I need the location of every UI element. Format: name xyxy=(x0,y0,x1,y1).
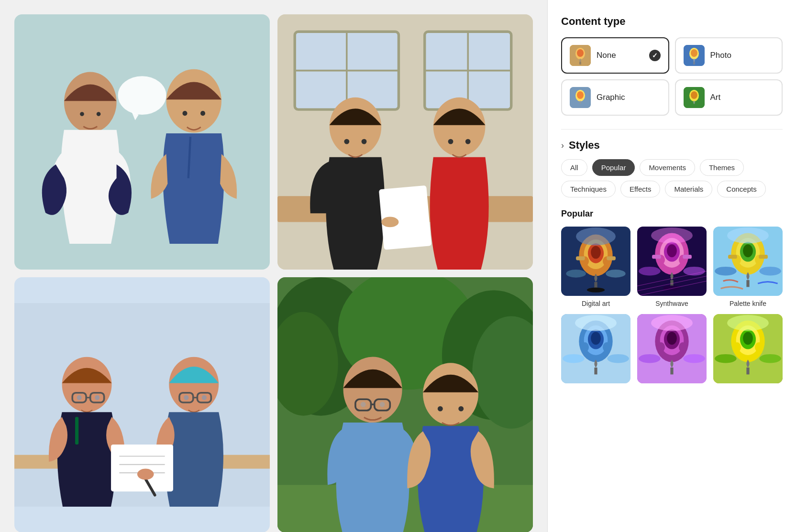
svg-point-45 xyxy=(169,357,219,412)
svg-point-124 xyxy=(743,244,753,257)
svg-point-88 xyxy=(691,91,697,99)
svg-point-164 xyxy=(759,354,781,363)
svg-point-114 xyxy=(639,267,661,276)
content-type-art[interactable]: Art xyxy=(675,79,783,116)
filter-tag-all[interactable]: All xyxy=(561,159,587,176)
svg-point-70 xyxy=(423,363,478,425)
styles-title: Styles xyxy=(569,139,600,152)
svg-point-161 xyxy=(733,342,741,352)
filter-tag-movements[interactable]: Movements xyxy=(640,159,695,176)
svg-point-35 xyxy=(381,217,398,228)
filter-tags-container: All Popular Movements Themes Techniques … xyxy=(561,159,783,197)
svg-point-159 xyxy=(743,332,753,345)
style-grid-popular: Digital art xyxy=(561,227,783,387)
svg-point-142 xyxy=(607,354,629,363)
svg-rect-98 xyxy=(576,256,585,260)
svg-point-74 xyxy=(458,406,464,412)
style-thumb-6 xyxy=(713,314,783,383)
svg-point-132 xyxy=(727,228,769,243)
svg-rect-128 xyxy=(728,255,737,259)
svg-point-101 xyxy=(606,270,625,278)
left-panel: Two people having a discussion Refresh xyxy=(0,0,547,532)
content-type-none[interactable]: None xyxy=(561,37,669,74)
content-type-art-label: Art xyxy=(710,93,721,102)
style-item-synthwave[interactable]: Synthwave xyxy=(637,227,707,307)
svg-point-24 xyxy=(330,98,382,156)
svg-point-12 xyxy=(200,111,205,116)
svg-rect-44 xyxy=(75,417,78,445)
svg-point-50 xyxy=(202,395,207,400)
svg-point-4 xyxy=(80,112,84,116)
style-label-palette-knife: Palette knife xyxy=(730,300,766,307)
svg-point-143 xyxy=(575,315,617,331)
svg-point-152 xyxy=(639,354,661,363)
style-thumb-4 xyxy=(561,314,630,383)
filter-tag-techniques[interactable]: Techniques xyxy=(561,181,616,197)
content-type-graphic[interactable]: Graphic xyxy=(561,79,669,116)
content-type-none-label: None xyxy=(597,51,616,60)
svg-point-11 xyxy=(182,111,187,116)
svg-point-130 xyxy=(715,267,737,276)
content-type-photo-label: Photo xyxy=(710,51,731,60)
svg-point-165 xyxy=(727,315,769,331)
svg-point-139 xyxy=(581,342,589,352)
svg-point-68 xyxy=(361,402,366,407)
image-cell-2[interactable] xyxy=(277,14,533,270)
svg-rect-125 xyxy=(746,280,749,287)
svg-point-116 xyxy=(651,228,693,243)
svg-point-151 xyxy=(679,342,687,352)
image-cell-3[interactable] xyxy=(14,277,270,532)
svg-point-42 xyxy=(77,395,82,400)
svg-point-148 xyxy=(667,332,677,345)
svg-point-131 xyxy=(759,267,781,276)
svg-rect-99 xyxy=(607,256,616,260)
svg-point-107 xyxy=(667,244,677,257)
content-type-graphic-label: Graphic xyxy=(597,93,625,102)
style-item-palette-knife[interactable]: Palette knife xyxy=(713,227,783,307)
content-type-grid: None Photo xyxy=(561,37,783,116)
svg-point-150 xyxy=(657,342,665,352)
content-type-photo[interactable]: Photo xyxy=(675,37,783,74)
svg-point-64 xyxy=(343,357,402,423)
svg-point-29 xyxy=(433,98,486,156)
filter-tag-popular[interactable]: Popular xyxy=(592,159,635,176)
check-icon-none xyxy=(649,50,661,61)
svg-point-77 xyxy=(577,49,584,57)
image-grid xyxy=(14,14,533,532)
svg-point-153 xyxy=(683,354,705,363)
svg-point-93 xyxy=(591,246,601,259)
style-item-digital-art[interactable]: Digital art xyxy=(561,227,630,307)
svg-point-137 xyxy=(591,332,601,345)
image-cell-4[interactable] xyxy=(277,277,533,532)
filter-tag-concepts[interactable]: Concepts xyxy=(717,181,765,197)
svg-point-102 xyxy=(576,228,616,245)
section-divider xyxy=(561,129,783,130)
styles-header[interactable]: › Styles xyxy=(561,139,783,152)
svg-point-115 xyxy=(683,267,705,276)
svg-point-69 xyxy=(380,402,385,407)
svg-point-163 xyxy=(715,354,737,363)
style-item-4[interactable] xyxy=(561,314,630,387)
svg-point-95 xyxy=(587,287,605,292)
content-type-graphic-thumb xyxy=(570,87,591,108)
svg-point-56 xyxy=(137,469,154,480)
svg-rect-129 xyxy=(759,255,768,259)
filter-tag-materials[interactable]: Materials xyxy=(665,181,712,197)
filter-tag-effects[interactable]: Effects xyxy=(620,181,661,197)
content-type-none-thumb xyxy=(570,45,591,66)
svg-point-8 xyxy=(166,69,221,133)
content-type-art-thumb xyxy=(684,87,705,108)
svg-point-49 xyxy=(184,395,188,400)
svg-rect-160 xyxy=(746,368,749,375)
style-item-6[interactable] xyxy=(713,314,783,387)
style-label-synthwave: Synthwave xyxy=(655,300,688,307)
filter-tag-themes[interactable]: Themes xyxy=(700,159,744,176)
svg-point-140 xyxy=(603,342,611,352)
style-item-5[interactable] xyxy=(637,314,707,387)
image-cell-1[interactable] xyxy=(14,14,270,270)
content-type-photo-thumb xyxy=(684,45,705,66)
content-type-title: Content type xyxy=(561,15,783,28)
svg-point-154 xyxy=(651,315,693,331)
svg-point-38 xyxy=(62,357,112,412)
svg-point-100 xyxy=(566,270,586,278)
